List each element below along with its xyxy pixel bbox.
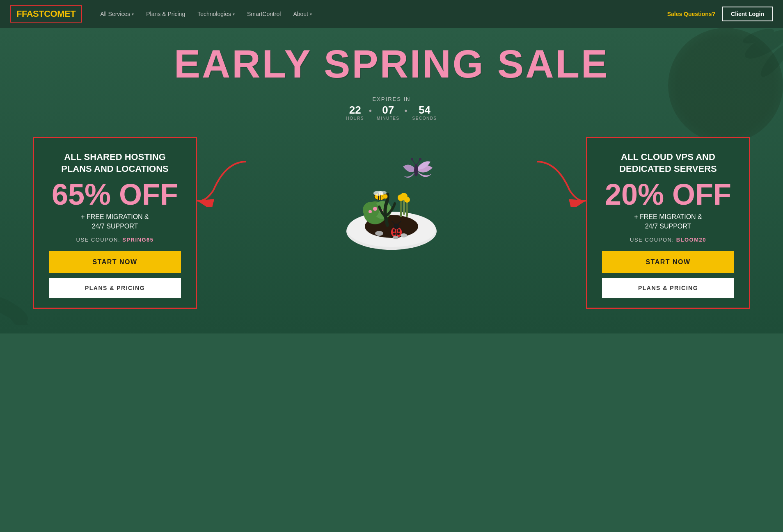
countdown-row: 22 HOURS • 07 MINUTES • 54 SECONDS: [346, 105, 437, 121]
chevron-down-icon: ▾: [233, 12, 235, 16]
svg-rect-19: [406, 201, 408, 217]
hero-title: EARLY SPRING SALE: [8, 44, 775, 84]
chevron-down-icon: ▾: [310, 12, 312, 16]
right-offer-discount: 20% OFF: [602, 180, 734, 209]
right-offer-title: ALL CLOUD VPS AND DEDICATED SERVERS: [602, 151, 734, 175]
svg-point-23: [400, 193, 408, 200]
svg-point-35: [400, 221, 401, 222]
nav-smartcontrol[interactable]: SmartControl: [242, 7, 286, 21]
left-plans-pricing-button[interactable]: PLANS & PRICING: [49, 278, 181, 298]
sales-questions-link[interactable]: Sales Questions?: [667, 11, 715, 17]
svg-point-2: [741, 28, 775, 46]
chevron-down-icon: ▾: [132, 12, 134, 16]
center-illustration: [205, 137, 578, 260]
svg-rect-18: [400, 199, 402, 217]
svg-point-3: [768, 38, 773, 43]
countdown-section: EXPIRES IN 22 HOURS • 07 MINUTES • 54 SE…: [8, 96, 775, 121]
svg-point-46: [411, 158, 413, 160]
svg-point-30: [397, 233, 400, 235]
svg-point-47: [419, 158, 421, 160]
right-start-now-button[interactable]: START NOW: [602, 251, 734, 273]
countdown-hours: 22 HOURS: [346, 105, 364, 121]
svg-point-4: [777, 51, 781, 54]
client-login-button[interactable]: Client Login: [722, 7, 773, 21]
right-offer-subtitle: + FREE MIGRATION &24/7 SUPPORT: [602, 212, 734, 231]
nav-links: All Services ▾ Plans & Pricing Technolog…: [95, 7, 667, 21]
seconds-label: SECONDS: [412, 116, 437, 121]
right-plans-pricing-button[interactable]: PLANS & PRICING: [602, 278, 734, 298]
svg-point-31: [394, 224, 399, 229]
arrow-right: [533, 158, 590, 207]
svg-point-27: [393, 229, 395, 232]
countdown-separator-1: •: [369, 107, 372, 115]
minutes-label: MINUTES: [377, 116, 400, 121]
seconds-value: 54: [419, 105, 430, 115]
right-coupon-prefix: USE COUPON:: [630, 237, 674, 243]
svg-point-15: [373, 207, 377, 211]
svg-point-42: [383, 194, 388, 199]
right-coupon-code: BLOOM20: [676, 237, 706, 243]
svg-point-50: [393, 236, 398, 239]
garden-illustration: [334, 137, 449, 260]
hours-value: 22: [349, 105, 361, 115]
minutes-value: 07: [382, 105, 394, 115]
offer-card-right: ALL CLOUD VPS AND DEDICATED SERVERS 20% …: [586, 137, 750, 309]
hours-label: HOURS: [346, 116, 364, 121]
logo-box[interactable]: FFASTCOMET: [10, 5, 82, 23]
countdown-seconds: 54 SECONDS: [412, 105, 437, 121]
left-offer-subtitle: + FREE MIGRATION &24/7 SUPPORT: [49, 212, 181, 231]
right-coupon-row: USE COUPON: BLOOM20: [602, 237, 734, 243]
left-coupon-row: USE COUPON: SPRING65: [49, 237, 181, 243]
offers-row: ALL SHARED HOSTING PLANS AND LOCATIONS 6…: [8, 137, 775, 309]
navbar: FFASTCOMET All Services ▾ Plans & Pricin…: [0, 0, 783, 28]
nav-right: Sales Questions? Client Login: [667, 7, 773, 21]
expires-label: EXPIRES IN: [373, 96, 411, 102]
svg-point-17: [369, 210, 372, 213]
logo-text: FFASTCOMET: [16, 9, 76, 19]
offer-card-left: ALL SHARED HOSTING PLANS AND LOCATIONS 6…: [33, 137, 197, 309]
svg-point-29: [393, 233, 396, 235]
svg-point-48: [375, 231, 383, 236]
svg-line-44: [412, 160, 415, 164]
svg-point-49: [401, 233, 407, 237]
left-start-now-button[interactable]: START NOW: [49, 251, 181, 273]
svg-point-43: [414, 164, 418, 176]
nav-technologies[interactable]: Technologies ▾: [192, 7, 240, 21]
hero-section: EARLY SPRING SALE EXPIRES IN 22 HOURS • …: [0, 28, 783, 333]
countdown-minutes: 07 MINUTES: [377, 105, 400, 121]
nav-all-services[interactable]: All Services ▾: [95, 7, 139, 21]
left-coupon-code: SPRING65: [122, 237, 153, 243]
nav-about[interactable]: About ▾: [288, 7, 317, 21]
countdown-separator-2: •: [405, 107, 408, 115]
left-offer-title: ALL SHARED HOSTING PLANS AND LOCATIONS: [49, 151, 181, 175]
svg-line-45: [417, 160, 420, 164]
left-coupon-prefix: USE COUPON:: [76, 237, 121, 243]
left-offer-discount: 65% OFF: [49, 180, 181, 209]
svg-point-28: [398, 229, 400, 232]
arrow-left: [193, 158, 250, 207]
nav-plans-pricing[interactable]: Plans & Pricing: [141, 7, 190, 21]
svg-point-34: [392, 221, 393, 222]
